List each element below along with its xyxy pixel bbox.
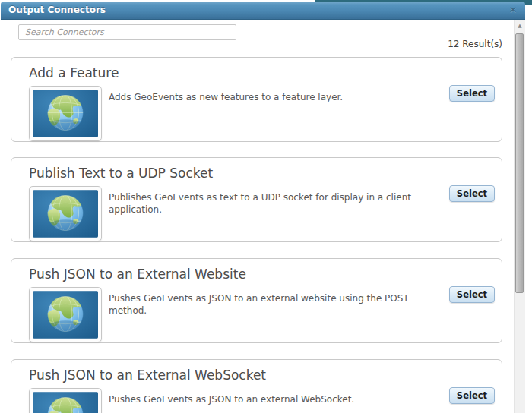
connector-description: Pushes GeoEvents as JSON to an external … [109,292,447,317]
output-connectors-dialog: Output Connectors ✕ 12 Result(s) Add a F… [0,0,532,413]
globe-icon [33,90,98,137]
close-icon[interactable]: ✕ [509,4,517,16]
globe-icon [33,190,98,238]
connector-description: Publishes GeoEvents as text to a UDP soc… [109,191,447,216]
select-button[interactable]: Select [449,286,495,303]
dialog-left-edge [2,18,2,413]
select-button[interactable]: Select [449,185,495,202]
results-count: 12 Result(s) [0,39,502,49]
select-button[interactable]: Select [449,85,495,102]
dialog-header: Output Connectors ✕ [1,2,525,20]
connector-title: Push JSON to an External Website [29,266,246,282]
scrollbar-thumb[interactable] [515,33,524,293]
connector-thumbnail [29,186,102,241]
connector-card: Push JSON to an External WebSocket [11,359,502,413]
search-input[interactable] [18,24,236,40]
dialog-title: Output Connectors [8,5,106,15]
globe-icon [33,392,98,413]
connector-thumbnail [29,388,102,413]
connector-title: Push JSON to an External WebSocket [29,367,266,383]
connector-card: Push JSON to an External Website [11,258,502,343]
select-button[interactable]: Select [449,387,495,404]
connector-card: Add a Feature [11,57,502,142]
globe-icon [33,291,98,339]
connector-description: Adds GeoEvents as new features to a feat… [109,91,447,103]
connector-title: Add a Feature [29,65,119,80]
scrollbar[interactable]: ▲ [514,20,525,413]
scroll-up-icon[interactable]: ▲ [515,20,525,32]
connector-card: Publish Text to a UDP Socket [11,157,502,242]
connector-description: Pushes GeoEvents as JSON to an external … [109,393,447,405]
connector-title: Publish Text to a UDP Socket [29,166,213,181]
connector-thumbnail [29,86,102,141]
connector-thumbnail [29,287,102,342]
